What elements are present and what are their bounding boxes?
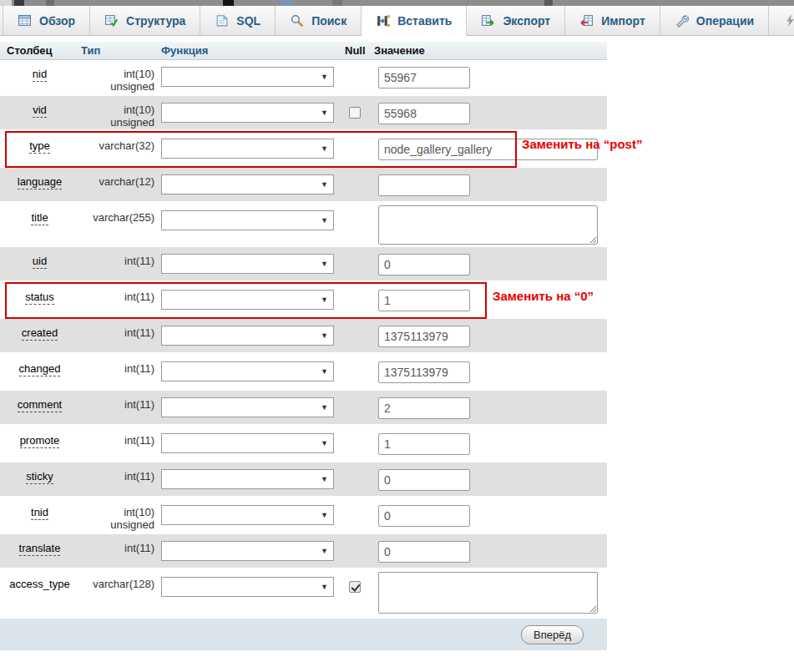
value-field-status[interactable]	[378, 290, 470, 311]
column-type-label: int(11)	[79, 534, 156, 568]
value-field-uid[interactable]	[378, 254, 470, 275]
strip-segment	[46, 0, 54, 6]
column-type-label: varchar(255)	[79, 204, 156, 245]
column-type-label: int(11)	[79, 391, 156, 424]
function-select-comment[interactable]: ▼	[161, 397, 334, 417]
column-name-label: type	[29, 139, 50, 154]
chevron-down-icon: ▼	[321, 144, 328, 153]
value-field-vid[interactable]	[378, 103, 470, 124]
table-row-translate: translate int(11) ▼	[0, 534, 607, 570]
column-name-label: language	[18, 175, 63, 189]
value-field-nid[interactable]	[378, 67, 470, 88]
tab-структура[interactable]: Структура	[90, 6, 200, 35]
tab-label: Экспорт	[503, 14, 550, 28]
null-checkbox-vid[interactable]	[349, 107, 361, 119]
column-name-label: changed	[19, 362, 61, 376]
column-type-label: int(11)	[79, 427, 156, 460]
table-row-type: type varchar(32) ▼	[0, 132, 607, 168]
column-name-label: created	[22, 326, 58, 341]
column-type-label: int(10) unsigned	[79, 60, 156, 93]
column-name-label: tnid	[31, 506, 48, 520]
import-icon	[579, 13, 594, 28]
chevron-down-icon: ▼	[321, 331, 328, 340]
tab-вставить[interactable]: Вставить	[362, 6, 467, 36]
table-row-changed: changed int(11) ▼	[0, 355, 607, 391]
chevron-down-icon: ▼	[321, 547, 328, 555]
value-field-access_type[interactable]	[378, 572, 598, 614]
value-field-created[interactable]	[378, 326, 470, 347]
function-select-title[interactable]: ▼	[161, 210, 334, 230]
strip-segment	[0, 0, 12, 6]
table-row-language: language varchar(12) ▼	[0, 168, 607, 204]
header-value: Значение	[370, 44, 607, 57]
chevron-down-icon: ▼	[321, 260, 328, 268]
strip-segment	[223, 0, 234, 6]
table-row-created: created int(11) ▼	[0, 319, 607, 355]
function-select-created[interactable]: ▼	[161, 326, 334, 346]
column-name-label: title	[31, 211, 48, 225]
search-icon	[290, 13, 304, 28]
structure-icon	[104, 13, 119, 28]
column-name-label: uid	[33, 255, 47, 269]
value-field-tnid[interactable]	[378, 505, 470, 527]
chevron-down-icon: ▼	[321, 216, 328, 225]
chevron-down-icon: ▼	[321, 109, 328, 117]
function-select-language[interactable]: ▼	[161, 174, 334, 195]
tab-операции[interactable]: Операции	[660, 6, 769, 35]
chevron-down-icon: ▼	[321, 296, 328, 304]
chevron-down-icon: ▼	[321, 367, 328, 376]
value-field-comment[interactable]	[378, 397, 470, 419]
function-select-sticky[interactable]: ▼	[161, 469, 334, 489]
tab-label: Структура	[126, 14, 185, 28]
column-name-label: sticky	[26, 470, 53, 484]
function-select-status[interactable]: ▼	[161, 290, 334, 310]
function-select-uid[interactable]: ▼	[161, 254, 334, 274]
tab-обзор[interactable]: Обзор	[3, 6, 90, 35]
table-row-uid: uid int(11) ▼	[0, 247, 607, 283]
strip-segment	[544, 0, 553, 6]
chevron-down-icon: ▼	[321, 403, 328, 412]
tab-label: Вставить	[397, 14, 452, 28]
function-select-vid[interactable]: ▼	[161, 103, 334, 123]
value-field-sticky[interactable]	[378, 469, 470, 491]
tab-label: Обзор	[39, 14, 75, 28]
tab-поиск[interactable]: Поиск	[276, 6, 362, 35]
strip-segment	[281, 0, 292, 6]
tab-label: Поиск	[311, 14, 346, 28]
function-select-promote[interactable]: ▼	[161, 433, 334, 453]
footer-bar: Вперёд	[0, 619, 607, 650]
operations-icon	[675, 13, 689, 28]
strip-segment	[332, 0, 342, 6]
annotation-text-status: Заменить на “0”	[493, 288, 594, 305]
null-checkbox-access_type[interactable]	[349, 581, 361, 593]
column-name-label: promote	[20, 434, 60, 448]
value-field-promote[interactable]	[378, 433, 470, 455]
column-type-label: int(11)	[79, 462, 156, 496]
tab-sql[interactable]: SQL	[200, 6, 276, 35]
table-row-comment: comment int(11) ▼	[0, 391, 607, 427]
value-field-language[interactable]	[378, 174, 470, 196]
header-function[interactable]: Функция	[156, 44, 340, 57]
chevron-down-icon: ▼	[321, 73, 328, 81]
function-select-access_type[interactable]: ▼	[161, 577, 334, 597]
go-button[interactable]: Вперёд	[521, 625, 584, 644]
value-field-translate[interactable]	[378, 541, 470, 563]
tab-импорт[interactable]: Импорт	[565, 6, 660, 35]
tab-экспорт[interactable]: Экспорт	[467, 6, 565, 35]
function-select-changed[interactable]: ▼	[161, 361, 334, 381]
chevron-down-icon: ▼	[321, 511, 328, 519]
export-icon	[481, 13, 495, 28]
sql-icon	[215, 13, 229, 28]
column-type-label: int(11)	[79, 283, 156, 316]
value-field-changed[interactable]	[378, 361, 470, 383]
tab-триггеры[interactable]: Триггеры	[769, 6, 794, 35]
value-field-title[interactable]	[378, 205, 598, 245]
annotation-text-type: Заменить на “post”	[522, 136, 642, 153]
function-select-type[interactable]: ▼	[161, 139, 334, 159]
function-select-nid[interactable]: ▼	[161, 67, 334, 87]
column-name-label: comment	[18, 398, 62, 412]
triggers-icon	[783, 13, 794, 28]
function-select-tnid[interactable]: ▼	[161, 505, 334, 525]
function-select-translate[interactable]: ▼	[161, 541, 334, 561]
header-type[interactable]: Тип	[79, 44, 156, 57]
